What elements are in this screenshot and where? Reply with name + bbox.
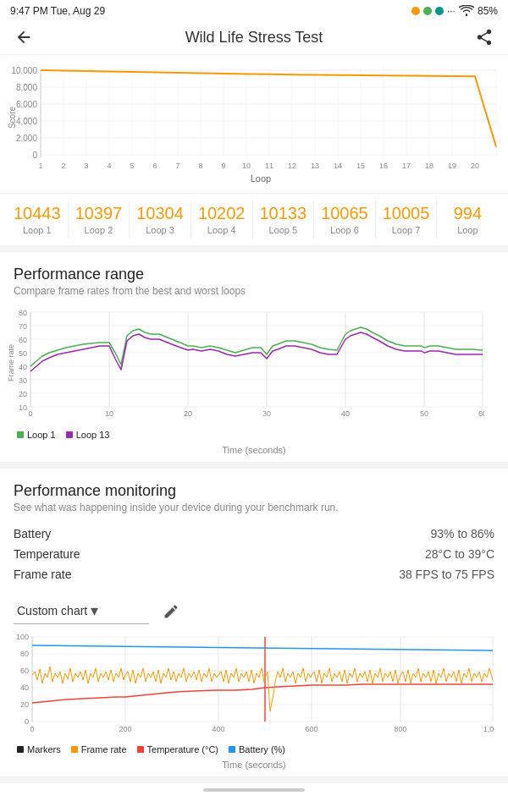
frame-rate-x-label: Time (seconds) (7, 443, 501, 462)
legend-dot-temperature (137, 746, 144, 753)
framerate-label: Frame rate (14, 568, 71, 581)
loop-card-6: 10065 Loop 6 (314, 200, 376, 239)
svg-text:16: 16 (379, 162, 388, 170)
loop-score-7: 10005 (383, 204, 430, 223)
loop-card-4: 10202 Loop 4 (191, 200, 253, 239)
back-button[interactable] (10, 24, 37, 51)
loop-card-5: 10133 Loop 5 (253, 200, 315, 239)
legend-label-loop1: Loop 1 (27, 430, 56, 440)
bottom-nav (0, 776, 508, 783)
edit-chart-button[interactable] (163, 603, 179, 620)
status-dot-teal (435, 7, 444, 15)
svg-text:1: 1 (38, 162, 42, 170)
svg-text:5: 5 (130, 162, 134, 170)
frame-rate-legend: Loop 1 Loop 13 (7, 426, 501, 443)
svg-text:11: 11 (265, 162, 273, 170)
loop-card-8: 994 Loop (437, 200, 498, 239)
svg-text:40: 40 (19, 363, 27, 371)
status-dot-green (423, 7, 432, 15)
svg-text:2,000: 2,000 (16, 134, 37, 143)
svg-text:800: 800 (394, 725, 406, 733)
svg-text:50: 50 (420, 409, 428, 418)
score-chart-section: 10,000 8,000 6,000 4,000 2,000 0 Score (0, 55, 508, 245)
svg-text:70: 70 (19, 322, 27, 331)
svg-text:13: 13 (311, 162, 319, 170)
svg-text:Score: Score (8, 107, 17, 129)
legend-temperature: Temperature (°C) (137, 744, 218, 754)
divider-2 (0, 462, 508, 469)
perf-row-framerate: Frame rate 38 FPS to 75 FPS (14, 564, 494, 584)
page-title: Wild Life Stress Test (37, 29, 471, 47)
home-indicator (203, 788, 305, 792)
status-bar: 9:47 PM Tue, Aug 29 ··· 85% (0, 0, 508, 20)
loop-label-6: Loop 6 (330, 225, 359, 235)
loop-label-5: Loop 5 (268, 225, 297, 235)
svg-line-112 (32, 645, 493, 650)
svg-text:30: 30 (262, 409, 271, 418)
loop-label-4: Loop 4 (207, 225, 236, 235)
loop-label-1: Loop 1 (23, 225, 52, 235)
bottom-chart-svg: 100 80 60 40 20 0 0 200 400 600 800 1,00… (7, 631, 494, 741)
svg-text:2: 2 (61, 162, 65, 170)
legend-dot-markers (17, 746, 24, 753)
svg-text:30: 30 (19, 376, 27, 385)
svg-text:18: 18 (425, 162, 433, 170)
legend-label-temperature: Temperature (°C) (147, 744, 218, 754)
legend-dot-framerate (71, 746, 78, 753)
svg-text:100: 100 (16, 633, 29, 641)
loop-card-2: 10397 Loop 2 (69, 200, 130, 239)
loop-label-7: Loop 7 (392, 225, 421, 235)
svg-text:400: 400 (212, 725, 224, 733)
svg-text:20: 20 (20, 700, 29, 709)
svg-text:80: 80 (19, 309, 27, 317)
legend-markers: Markers (17, 744, 61, 754)
svg-text:7: 7 (175, 162, 179, 170)
perf-range-title: Performance range (14, 266, 494, 283)
svg-text:8,000: 8,000 (16, 83, 37, 92)
svg-text:12: 12 (288, 162, 296, 170)
svg-text:20: 20 (471, 162, 479, 170)
share-button[interactable] (471, 24, 498, 51)
svg-text:40: 40 (341, 409, 350, 418)
svg-text:19: 19 (448, 162, 456, 170)
svg-text:40: 40 (20, 683, 29, 692)
legend-label-battery: Battery (%) (239, 744, 285, 754)
svg-text:6: 6 (152, 162, 157, 170)
score-chart-svg: 10,000 8,000 6,000 4,000 2,000 0 Score (7, 58, 498, 189)
svg-text:10: 10 (19, 403, 27, 412)
svg-text:20: 20 (184, 409, 192, 418)
performance-range-header: Performance range Compare frame rates fr… (0, 252, 508, 300)
status-time: 9:47 PM Tue, Aug 29 (10, 5, 105, 17)
svg-text:10: 10 (105, 409, 113, 418)
legend-dot-loop13 (66, 431, 73, 438)
time-label: 9:47 PM Tue, Aug 29 (10, 5, 105, 17)
svg-text:60: 60 (20, 667, 29, 675)
custom-chart-select[interactable]: Custom chart ▾ (14, 598, 149, 624)
wifi-icon (459, 5, 474, 17)
svg-text:Frame rate: Frame rate (7, 344, 15, 381)
perf-mon-title: Performance monitoring (14, 482, 494, 500)
svg-text:6,000: 6,000 (16, 100, 37, 109)
frame-rate-chart-wrap: 80 70 60 50 40 30 20 10 Frame rate (0, 300, 508, 462)
loop-cards: 10443 Loop 1 10397 Loop 2 10304 Loop 3 1… (0, 193, 508, 245)
svg-text:0: 0 (28, 409, 32, 418)
top-bar: Wild Life Stress Test (0, 20, 508, 55)
share-icon (475, 28, 494, 47)
svg-text:9: 9 (221, 162, 225, 170)
battery-label: Battery (14, 527, 51, 540)
loop-score-6: 10065 (321, 204, 368, 223)
loop-score-1: 10443 (14, 204, 61, 223)
legend-battery: Battery (%) (229, 744, 285, 754)
loop-score-8: 994 (454, 204, 482, 223)
perf-row-battery: Battery 93% to 86% (14, 524, 494, 544)
svg-text:4: 4 (107, 162, 111, 170)
home-indicator-area (0, 783, 508, 800)
perf-mon-subtitle: See what was happening inside your devic… (14, 502, 494, 513)
frame-rate-chart-svg: 80 70 60 50 40 30 20 10 Frame rate (7, 304, 484, 426)
svg-text:0: 0 (32, 151, 37, 160)
loop-card-3: 10304 Loop 3 (130, 200, 191, 239)
svg-text:200: 200 (119, 725, 131, 733)
loop-label-8: Loop (457, 225, 478, 235)
bottom-chart-x-label: Time (seconds) (7, 758, 501, 776)
svg-text:1,000: 1,000 (483, 725, 494, 733)
